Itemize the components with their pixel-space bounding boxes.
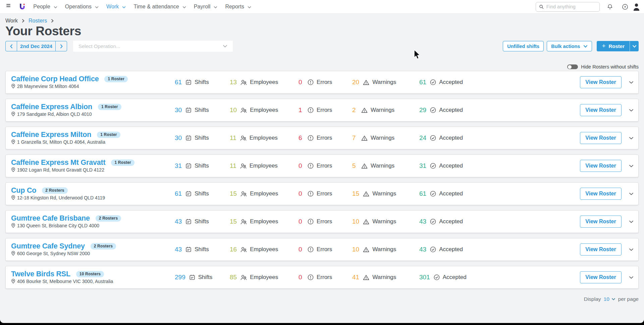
chevron-left-icon: [10, 44, 13, 49]
expand-roster-chevron[interactable]: [629, 160, 634, 172]
search-input[interactable]: [546, 4, 596, 9]
roster-name-link[interactable]: Caffeine Express Milton: [11, 131, 91, 139]
shifts-count: 31: [175, 162, 182, 170]
app-window: PeopleOperationsWorkTime & attendancePay…: [0, 0, 644, 323]
warnings-count: 10: [352, 218, 359, 225]
nav-item-payroll[interactable]: Payroll: [194, 4, 218, 10]
roster-title-row: Gumtree Cafe Sydney 2 Rosters: [11, 242, 175, 250]
stat-accepted: 43 Accepted: [419, 218, 463, 225]
warnings-count: 7: [352, 134, 358, 142]
notifications-bell-icon[interactable]: [607, 3, 613, 10]
breadcrumb-work[interactable]: Work: [5, 18, 18, 24]
roster-card: Caffeine Express Mt Gravatt 1 Roster 190…: [5, 154, 639, 177]
stat-errors: 0 Errors: [299, 274, 352, 281]
nav-item-people[interactable]: People: [33, 4, 57, 10]
nav-item-operations[interactable]: Operations: [65, 4, 99, 10]
help-icon[interactable]: ?: [622, 4, 628, 10]
expand-roster-chevron[interactable]: [629, 216, 634, 228]
view-roster-button[interactable]: View Roster: [580, 271, 622, 283]
expand-roster-chevron[interactable]: [629, 271, 634, 283]
bulk-actions-button[interactable]: Bulk actions: [547, 41, 592, 51]
roster-stats: 61 Shifts 15 Employees 0 Errors: [175, 190, 463, 197]
stat-warnings: 2 Warnings: [352, 106, 419, 114]
stat-employees: 85 Employees: [230, 274, 299, 281]
view-roster-button[interactable]: View Roster: [580, 104, 622, 116]
breadcrumb-rosters[interactable]: Rosters: [29, 18, 47, 24]
operation-select-placeholder: Select Operation...: [78, 43, 223, 49]
roster-name-link[interactable]: Gumtree Cafe Sydney: [11, 242, 85, 250]
nav-item-work[interactable]: Work: [106, 4, 126, 10]
calendar-icon: [185, 163, 192, 169]
roster-name-link[interactable]: Caffeine Express Mt Gravatt: [11, 158, 105, 167]
expand-roster-chevron[interactable]: [629, 243, 634, 256]
roster-name-link[interactable]: Caffeine Corp Head Office: [11, 75, 99, 83]
view-roster-button[interactable]: View Roster: [580, 160, 622, 172]
date-label[interactable]: 2nd Dec 2024: [17, 41, 56, 51]
roster-name-link[interactable]: Twelve Birds RSL: [11, 270, 70, 278]
shifts-count: 61: [175, 79, 182, 86]
add-roster-button[interactable]: + Roster: [597, 41, 630, 51]
hamburger-menu-icon[interactable]: [6, 4, 11, 7]
hide-rosters-toggle[interactable]: [567, 64, 578, 69]
roster-card: Caffeine Express Albion 1 Roster 179 San…: [5, 99, 639, 122]
roster-list: Caffeine Corp Head Office 1 Roster 2B Ma…: [5, 71, 639, 289]
stat-shifts: 31 Shifts: [175, 162, 230, 170]
roster-name-link[interactable]: Cup Co: [11, 186, 36, 195]
errors-count: 6: [299, 134, 304, 142]
expand-roster-chevron[interactable]: [629, 104, 634, 116]
view-roster-button[interactable]: View Roster: [580, 243, 622, 256]
operation-select[interactable]: Select Operation...: [73, 41, 233, 52]
roster-title-row: Twelve Birds RSL 10 Rosters: [11, 270, 175, 278]
location-pin-icon: [11, 84, 15, 89]
roster-name-link[interactable]: Caffeine Express Albion: [11, 103, 92, 111]
calendar-icon: [185, 191, 192, 197]
nav-item-time-attendance[interactable]: Time & attendance: [133, 4, 186, 10]
warnings-label: Warnings: [372, 246, 396, 253]
roster-address-text: 1902 Logan Rd, Mount Gravatt QLD 4122: [17, 167, 104, 173]
location-pin-icon: [11, 139, 15, 144]
stat-accepted: 61 Accepted: [419, 190, 463, 197]
roster-card-actions: View Roster: [580, 188, 638, 200]
roster-address: 406 Bourke St, Melbourne VIC 3000, Austr…: [11, 279, 175, 284]
warnings-label: Warnings: [372, 274, 396, 281]
shifts-label: Shifts: [195, 218, 209, 225]
roster-address-text: 2B Mayneview St Milton 4064: [17, 84, 79, 89]
expand-roster-chevron[interactable]: [629, 188, 634, 200]
accepted-count: 43: [419, 246, 426, 253]
roster-card-actions: View Roster: [580, 243, 638, 256]
next-date-button[interactable]: [56, 41, 67, 51]
chevron-down-icon: [629, 137, 634, 140]
expand-roster-chevron[interactable]: [629, 132, 634, 144]
stat-employees: 11 Employees: [230, 162, 299, 170]
errors-label: Errors: [317, 246, 332, 253]
chevron-down-icon: [629, 192, 634, 195]
roster-card-actions: View Roster: [580, 216, 638, 228]
nav-item-reports[interactable]: Reports: [225, 4, 251, 10]
date-navigator: 2nd Dec 2024: [5, 41, 67, 51]
expand-roster-chevron[interactable]: [629, 76, 634, 88]
unfilled-shifts-button[interactable]: Unfilled shifts: [503, 41, 544, 51]
errors-count: 1: [299, 106, 304, 114]
prev-date-button[interactable]: [6, 41, 17, 51]
view-roster-button[interactable]: View Roster: [580, 188, 622, 200]
shifts-count: 299: [175, 274, 185, 281]
employees-count: 85: [230, 274, 237, 281]
view-roster-button[interactable]: View Roster: [580, 76, 622, 88]
roster-info: Caffeine Express Mt Gravatt 1 Roster 190…: [11, 158, 175, 173]
view-roster-button[interactable]: View Roster: [580, 132, 622, 144]
shifts-label: Shifts: [195, 246, 209, 253]
display-label: Display: [584, 296, 601, 302]
breadcrumb-chevron-icon: [51, 19, 54, 23]
view-roster-button[interactable]: View Roster: [580, 216, 622, 228]
roster-name-link[interactable]: Gumtree Cafe Brisbane: [11, 214, 90, 223]
user-avatar[interactable]: [633, 3, 640, 11]
warnings-label: Warnings: [371, 107, 394, 113]
page-size-select[interactable]: 10: [604, 296, 615, 302]
add-roster-dropdown-button[interactable]: [630, 41, 639, 51]
chevron-down-icon: [54, 6, 57, 8]
employees-count: 10: [230, 106, 237, 114]
brand-logo[interactable]: [20, 4, 25, 10]
global-search[interactable]: [536, 2, 600, 12]
stat-accepted: 43 Accepted: [419, 246, 463, 253]
accepted-check-icon: [430, 246, 436, 252]
